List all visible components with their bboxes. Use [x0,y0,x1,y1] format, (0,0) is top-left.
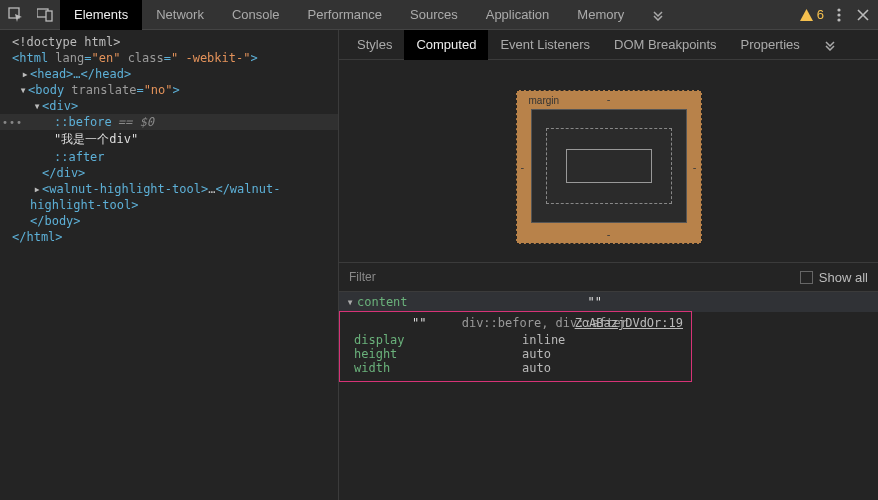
prop-row[interactable]: displayinline [352,333,691,347]
checkbox-icon[interactable] [800,271,813,284]
styles-panel: Styles Computed Event Listeners DOM Brea… [338,30,878,500]
collapse-icon[interactable]: ▾ [345,295,355,309]
collapse-icon[interactable]: ▾ [32,99,42,113]
device-icon[interactable] [30,0,60,30]
show-all-toggle[interactable]: Show all [800,270,868,285]
svg-point-4 [837,13,840,16]
source-link[interactable]: ZoABazjDVdOr:19 [575,316,683,330]
prop-row[interactable]: heightauto [352,347,691,361]
gutter-dots-icon: ••• [0,117,23,128]
tab-network[interactable]: Network [142,0,218,30]
inspect-icon[interactable] [0,0,30,30]
side-tab-styles[interactable]: Styles [345,30,404,60]
tab-sources[interactable]: Sources [396,0,472,30]
tab-performance[interactable]: Performance [294,0,396,30]
svg-point-3 [837,8,840,11]
warning-count: 6 [817,7,824,22]
tabs-overflow-icon[interactable] [638,0,678,30]
box-model[interactable]: margin - - - - [339,60,878,262]
box-model-border [531,109,687,223]
tab-console[interactable]: Console [218,0,294,30]
tab-memory[interactable]: Memory [563,0,638,30]
margin-label: margin [529,95,560,106]
kebab-icon[interactable] [830,0,848,30]
side-tab-properties[interactable]: Properties [729,30,812,60]
collapse-icon[interactable]: ▾ [18,83,28,97]
side-tab-computed[interactable]: Computed [404,30,488,60]
prop-content-row[interactable]: ▾ content "" [339,292,878,312]
matched-rule: "" div::before, div::after ZoABazjDVdOr:… [339,311,692,382]
close-icon[interactable] [854,0,872,30]
side-tabs: Styles Computed Event Listeners DOM Brea… [339,30,878,60]
equals-dollar-zero: == $0 [118,115,154,129]
box-model-padding [546,128,672,204]
box-model-content [566,149,652,183]
side-tab-listeners[interactable]: Event Listeners [488,30,602,60]
filter-input[interactable] [349,270,800,284]
warning-badge[interactable]: 6 [800,7,824,22]
expand-icon[interactable]: ▸ [32,182,42,196]
side-tab-breakpoints[interactable]: DOM Breakpoints [602,30,729,60]
selected-node[interactable]: ••• ::before == $0 [0,114,338,130]
svg-rect-2 [46,11,52,21]
expand-icon[interactable]: ▸ [20,67,30,81]
side-tabs-overflow-icon[interactable] [812,30,848,60]
svg-point-5 [837,18,840,21]
computed-properties: ▾ content "" "" div::before, div::after … [339,292,878,382]
main-toolbar: Elements Network Console Performance Sou… [0,0,878,30]
tab-elements[interactable]: Elements [60,0,142,30]
panel-tabs: Elements Network Console Performance Sou… [60,0,800,30]
dom-doctype: <!doctype html> [12,35,120,49]
tab-application[interactable]: Application [472,0,564,30]
prop-row[interactable]: widthauto [352,361,691,375]
dom-tree[interactable]: <!doctype html> <html lang="en" class=" … [0,30,338,500]
